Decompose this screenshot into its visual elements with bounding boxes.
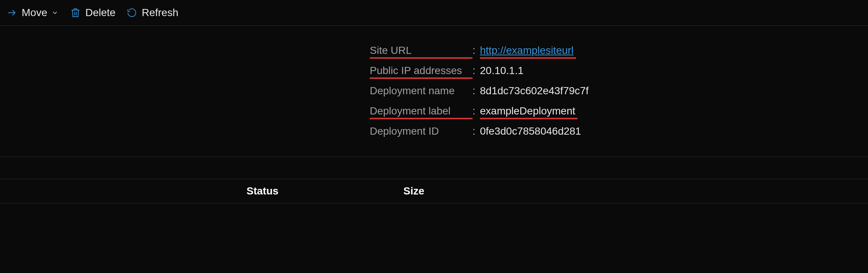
property-row-site-url: Site URL : http://examplesiteurl bbox=[370, 45, 868, 58]
trash-icon bbox=[69, 7, 81, 19]
command-bar: Move Delete Refresh bbox=[0, 0, 868, 25]
refresh-icon bbox=[126, 7, 138, 19]
deployment-label-label: Deployment label bbox=[370, 105, 472, 119]
table-spacer bbox=[0, 157, 868, 179]
property-row-deployment-id: Deployment ID : 0fe3d0c7858046d281 bbox=[370, 125, 868, 139]
move-button[interactable]: Move bbox=[6, 7, 59, 19]
colon: : bbox=[472, 85, 480, 97]
table-header-row: Status Size bbox=[0, 179, 868, 203]
property-row-public-ip: Public IP addresses : 20.10.1.1 bbox=[370, 65, 868, 78]
column-header-status[interactable]: Status bbox=[247, 185, 403, 197]
deployment-name-label: Deployment name bbox=[370, 85, 472, 98]
property-row-deployment-label: Deployment label : exampleDeployment bbox=[370, 105, 868, 119]
deployment-id-value: 0fe3d0c7858046d281 bbox=[480, 125, 581, 139]
arrow-right-icon bbox=[6, 7, 18, 19]
colon: : bbox=[472, 105, 480, 117]
deployment-label-value: exampleDeployment bbox=[480, 105, 575, 119]
deployment-name-value: 8d1dc73c602e43f79c7f bbox=[480, 85, 589, 98]
delete-label: Delete bbox=[85, 7, 115, 19]
site-url-link[interactable]: http://examplesiteurl bbox=[480, 45, 574, 58]
site-url-label: Site URL bbox=[370, 45, 472, 58]
colon: : bbox=[472, 65, 480, 77]
chevron-down-icon bbox=[51, 7, 59, 19]
colon: : bbox=[472, 125, 480, 137]
deployment-id-label: Deployment ID bbox=[370, 125, 472, 139]
public-ip-label: Public IP addresses bbox=[370, 65, 472, 78]
refresh-button[interactable]: Refresh bbox=[126, 7, 178, 19]
delete-button[interactable]: Delete bbox=[69, 7, 115, 19]
move-label: Move bbox=[22, 7, 47, 19]
colon: : bbox=[472, 45, 480, 56]
refresh-label: Refresh bbox=[142, 7, 178, 19]
properties-panel: Site URL : http://examplesiteurl Public … bbox=[370, 26, 868, 157]
column-header-size[interactable]: Size bbox=[403, 185, 424, 197]
public-ip-value: 20.10.1.1 bbox=[480, 65, 524, 78]
property-row-deployment-name: Deployment name : 8d1dc73c602e43f79c7f bbox=[370, 85, 868, 98]
